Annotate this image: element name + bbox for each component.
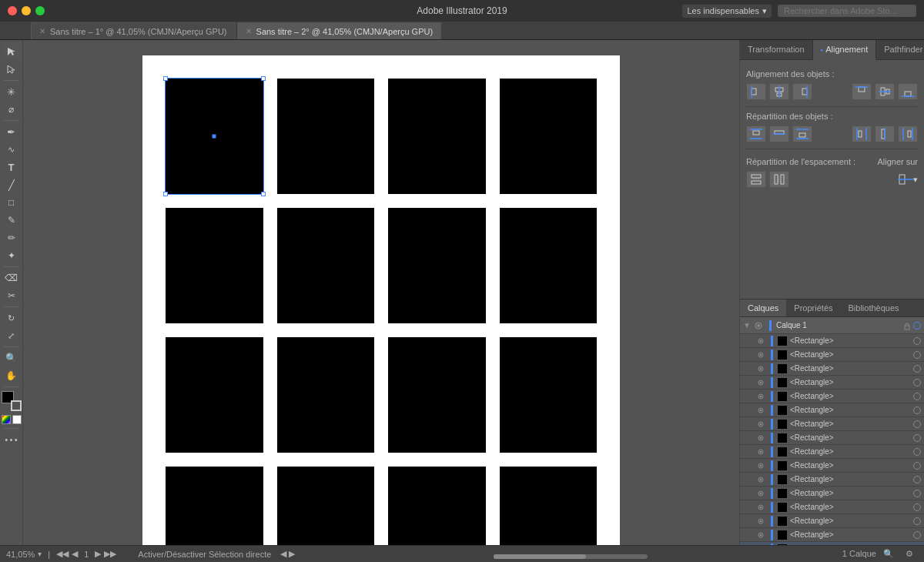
dist-top-btn[interactable] xyxy=(746,125,766,142)
layer-item-9[interactable]: <Rectangle> xyxy=(740,445,924,459)
layer-item-5[interactable]: <Rectangle> xyxy=(740,390,924,403)
layer-target-1[interactable] xyxy=(913,322,921,330)
layer-header-1[interactable]: ▼ Calque 1 xyxy=(740,317,924,334)
tab-alignment[interactable]: Alignement xyxy=(813,40,877,60)
align-center-v-btn[interactable] xyxy=(875,83,895,100)
pencil-btn[interactable]: ✏ xyxy=(2,229,22,246)
align-top-btn[interactable] xyxy=(852,83,872,100)
align-on-dropdown[interactable]: ▾ xyxy=(898,171,918,188)
layer-item-7[interactable]: <Rectangle> xyxy=(740,417,924,431)
more-tools-btn[interactable]: • • • xyxy=(2,431,22,448)
scale-btn[interactable]: ⤢ xyxy=(2,327,22,344)
dist-vcenter-btn[interactable] xyxy=(769,125,789,142)
rect-1[interactable] xyxy=(166,79,263,194)
tab-pathfinder[interactable]: Pathfinder xyxy=(876,40,924,59)
layer-item-15[interactable]: <Rectangle> xyxy=(740,528,924,542)
minimize-button[interactable] xyxy=(22,6,31,15)
rect-3[interactable] xyxy=(388,79,486,194)
none-btn[interactable] xyxy=(12,415,22,424)
close-button[interactable] xyxy=(8,6,17,15)
layer-item-1[interactable]: <Rectangle> xyxy=(740,334,924,348)
rect-7[interactable] xyxy=(388,208,486,323)
svg-point-56 xyxy=(760,437,762,439)
dist-hcenter-btn[interactable] xyxy=(875,125,895,142)
right-panel: Transformation Alignement Pathfinder Ali… xyxy=(739,40,924,545)
align-right-btn[interactable] xyxy=(792,83,812,100)
layer-item-11[interactable]: <Rectangle> xyxy=(740,473,924,487)
layer-eye-2[interactable] xyxy=(755,350,766,360)
layer-item-8[interactable]: <Rectangle> xyxy=(740,431,924,445)
rect-5[interactable] xyxy=(166,208,263,323)
dist-space-v-btn[interactable] xyxy=(746,171,766,188)
rect-13[interactable] xyxy=(166,467,263,545)
curvature-btn[interactable]: ∿ xyxy=(2,141,22,158)
canvas-area[interactable] xyxy=(23,40,739,545)
rect-6[interactable] xyxy=(277,208,375,323)
pen-tool-btn[interactable]: ✒ xyxy=(2,123,22,140)
layers-tab-proprietes[interactable]: Propriétés xyxy=(786,299,840,316)
tab-2[interactable]: ✕ Sans titre – 2° @ 41,05% (CMJN/Aperçu … xyxy=(237,22,442,39)
rotate-btn[interactable]: ↻ xyxy=(2,309,22,326)
layer-item-4[interactable]: <Rectangle> xyxy=(740,376,924,390)
handle-tr[interactable] xyxy=(261,76,266,81)
tab-close-1[interactable]: ✕ xyxy=(39,27,45,35)
rect-12[interactable] xyxy=(500,337,598,453)
selection-tool-btn[interactable] xyxy=(2,43,22,60)
text-tool-btn[interactable]: T xyxy=(2,159,22,176)
fill-stroke-indicator[interactable] xyxy=(2,391,22,411)
maximize-button[interactable] xyxy=(35,6,45,15)
eraser-btn[interactable]: ⌫ xyxy=(2,269,22,286)
rect-15[interactable] xyxy=(388,467,486,545)
lasso-btn[interactable]: ⌀ xyxy=(2,101,22,118)
paintbrush-btn[interactable]: ✎ xyxy=(2,212,22,229)
layer-item-14[interactable]: <Rectangle> xyxy=(740,514,924,528)
tab-1[interactable]: ✕ Sans titre – 1° @ 41,05% (CMJN/Aperçu … xyxy=(31,22,236,39)
layer-item-2[interactable]: <Rectangle> xyxy=(740,348,924,362)
layers-tab-calques[interactable]: Calques xyxy=(740,299,786,316)
dist-bottom-btn[interactable] xyxy=(792,125,812,142)
layer-expand-icon[interactable]: ▼ xyxy=(743,321,751,330)
dist-space-h-btn[interactable] xyxy=(769,171,789,188)
svg-point-52 xyxy=(760,409,762,411)
rect-10[interactable] xyxy=(277,337,375,453)
layer-item-12[interactable]: <Rectangle> xyxy=(740,487,924,500)
color-btn[interactable] xyxy=(2,415,11,424)
handle-tl[interactable] xyxy=(163,76,168,81)
line-tool-btn[interactable]: ╱ xyxy=(2,176,22,193)
zoom-btn[interactable]: 🔍 xyxy=(2,350,22,366)
dist-right-btn[interactable] xyxy=(898,125,918,142)
layer-item-10[interactable]: <Rectangle> xyxy=(740,459,924,473)
layer-item-13[interactable]: <Rectangle> xyxy=(740,500,924,514)
layer-item-3[interactable]: <Rectangle> xyxy=(740,362,924,376)
svg-rect-34 xyxy=(781,175,784,184)
layer-eye-1[interactable] xyxy=(755,336,766,346)
direct-selection-btn[interactable] xyxy=(2,61,22,78)
handle-bl[interactable] xyxy=(163,192,168,196)
dist-left-btn[interactable] xyxy=(852,125,872,142)
workspace-switcher[interactable]: Les indispensables ▾ xyxy=(682,5,772,18)
layer-item-6[interactable]: <Rectangle> xyxy=(740,403,924,417)
magic-wand-btn[interactable]: ✳ xyxy=(2,83,22,100)
align-left-btn[interactable] xyxy=(746,83,766,100)
rect-16[interactable] xyxy=(500,467,598,545)
rect-11[interactable] xyxy=(388,337,486,453)
layer-visibility-1[interactable] xyxy=(754,320,765,331)
tab-transformation[interactable]: Transformation xyxy=(740,40,813,59)
rect-4[interactable] xyxy=(500,79,598,194)
rect-tool-btn[interactable]: □ xyxy=(2,194,22,211)
hand-btn[interactable]: ✋ xyxy=(2,367,22,384)
layer-circle-1[interactable] xyxy=(913,337,921,345)
layers-tab-bibliotheques[interactable]: Bibliothèques xyxy=(841,299,907,316)
align-center-h-btn[interactable] xyxy=(769,83,789,100)
rect-9[interactable] xyxy=(166,337,263,453)
rect-2[interactable] xyxy=(277,79,375,194)
scissors-btn[interactable]: ✂ xyxy=(2,287,22,304)
rect-14[interactable] xyxy=(277,467,375,545)
search-input[interactable] xyxy=(778,5,916,17)
rect-8[interactable] xyxy=(500,208,598,323)
handle-br[interactable] xyxy=(261,192,266,196)
tab-close-2[interactable]: ✕ xyxy=(246,27,252,35)
shaper-btn[interactable]: ✦ xyxy=(2,247,22,264)
layer-lock-icon[interactable] xyxy=(902,321,912,330)
align-bottom-btn[interactable] xyxy=(898,83,918,100)
